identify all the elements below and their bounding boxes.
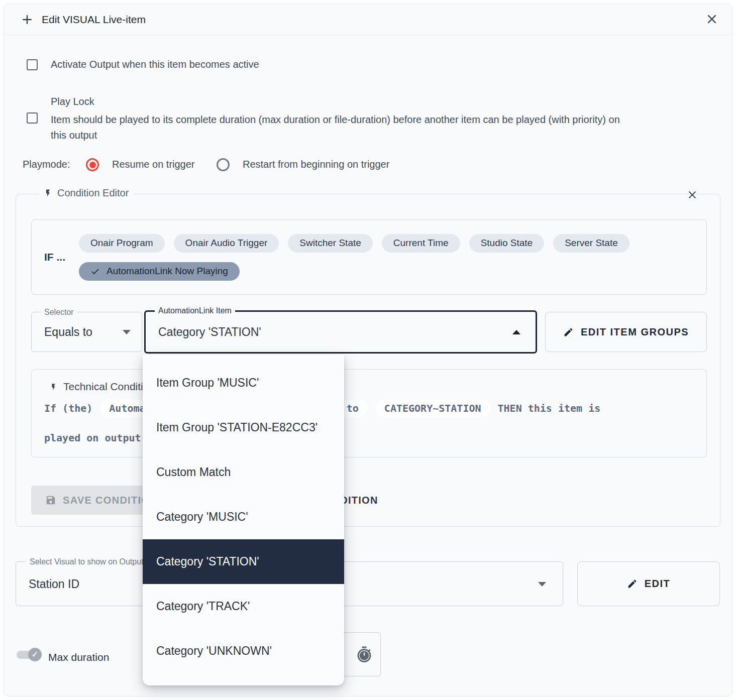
technical-value-pill: CATEGORY~STATION [375,400,490,417]
chip-switcher-state[interactable]: Switcher State [288,234,373,253]
menu-item-item-group-music[interactable]: Item Group 'MUSIC' [143,361,344,405]
chevron-down-icon [123,330,131,334]
condition-editor-legend-text: Condition Editor [57,187,129,199]
plus-icon [21,13,34,26]
chip-studio-state[interactable]: Studio State [469,234,545,253]
play-lock-description: Item should be played to its complete du… [51,112,724,143]
technical-condition-line2: played on output [44,432,141,444]
bolt-icon [50,382,57,392]
automationlink-item-menu: Item Group 'MUSIC' Item Group 'STATION-E… [143,355,344,685]
if-label: IF ... [44,251,65,263]
activate-output-label: Activate Output when this item becomes a… [51,59,259,70]
condition-editor-legend: Condition Editor [39,187,134,199]
max-duration-toggle-thumb[interactable]: ✓ [28,648,42,661]
technical-condition-legend: Technical Condition [63,381,155,393]
play-lock-description-line1: Item should be played to its complete du… [51,112,724,128]
chip-server-state[interactable]: Server State [553,234,629,253]
edit-visual-live-item-dialog: Edit VISUAL Live-item Activate Output wh… [4,4,732,696]
close-icon[interactable] [705,13,718,26]
chip-automationlink-now-playing[interactable]: AutomationLink Now Playing [79,262,240,281]
menu-item-item-group-station-e82cc3[interactable]: Item Group 'STATION-E82CC3' [143,405,344,450]
play-lock-checkbox[interactable] [27,112,38,124]
technical-prefix: If (the) [44,402,92,414]
selected-chip-label: AutomationLink Now Playing [107,266,228,277]
visual-select-value: Station ID [29,577,79,591]
edit-item-groups-button[interactable]: EDIT ITEM GROUPS [545,312,707,352]
max-duration-label: Max duration [48,651,109,663]
timer-icon[interactable] [355,646,373,664]
activate-output-checkbox[interactable] [27,59,38,70]
menu-item-category-station[interactable]: Category 'STATION' [143,539,344,584]
selector-value: Equals to [44,325,92,339]
chip-onair-program[interactable]: Onair Program [79,234,165,253]
radio-resume-label[interactable]: Resume on trigger [112,159,195,170]
chip-onair-audio-trigger[interactable]: Onair Audio Trigger [174,234,279,253]
visual-select-label: Select Visual to show on Output [26,557,147,566]
automationlink-item-label: AutomationLink Item [155,306,235,315]
technical-suffix: THEN this item is [498,402,601,414]
bolt-icon [44,188,52,198]
condition-chip-list: Onair Program Onair Audio Trigger Switch… [79,234,706,281]
technical-condition-title: Technical Condition [50,381,155,393]
chevron-up-icon [512,330,520,334]
screen: Edit VISUAL Live-item Activate Output wh… [0,0,736,700]
chip-current-time[interactable]: Current Time [382,234,460,253]
pencil-icon [563,327,574,337]
save-icon [45,495,56,506]
chevron-down-icon [538,582,546,587]
automationlink-item-select[interactable]: AutomationLink Item Category 'STATION' [144,310,537,354]
edit-item-groups-label: EDIT ITEM GROUPS [581,326,689,338]
dialog-header: Edit VISUAL Live-item [4,4,732,35]
if-condition-box: IF ... Onair Program Onair Audio Trigger… [31,219,707,295]
automationlink-item-value: Category 'STATION' [158,325,261,339]
technical-condition-box: Technical Condition If (the) AutomationL… [31,369,707,457]
edit-visual-button[interactable]: EDIT [577,561,720,606]
menu-item-category-unknown[interactable]: Category 'UNKNOWN' [143,629,344,673]
condition-editor-fieldset: Condition Editor IF ... Onair Program On… [16,194,720,527]
check-icon [90,267,100,276]
pencil-icon [627,578,638,589]
selector-label: Selector [41,308,77,317]
radio-resume-on-trigger[interactable] [86,158,99,171]
edit-visual-label: EDIT [645,578,671,590]
radio-restart-from-beginning[interactable] [217,158,230,171]
playmode-label: Playmode: [23,159,70,170]
play-lock-description-line2: this output [51,128,724,143]
radio-restart-label[interactable]: Restart from beginning on trigger [243,159,389,170]
play-lock-title: Play Lock [51,96,94,107]
menu-item-custom-match[interactable]: Custom Match [143,450,344,495]
selector-select[interactable]: Selector Equals to [31,312,142,352]
condition-editor-close-icon[interactable] [687,189,698,200]
menu-item-category-track[interactable]: Category 'TRACK' [143,584,344,629]
dialog-title: Edit VISUAL Live-item [42,14,146,26]
menu-item-category-music[interactable]: Category 'MUSIC' [143,495,344,539]
